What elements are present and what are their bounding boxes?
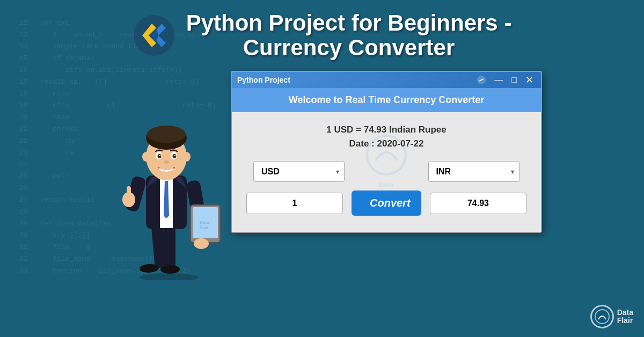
- exchange-rate-info: 1 USD = 74.93 Indian Rupee Date : 2020-0…: [253, 123, 519, 150]
- svg-point-4: [140, 273, 199, 280]
- svg-point-35: [183, 152, 191, 162]
- window-icon-decoration: [477, 76, 488, 84]
- window-body: DataFlair 1 USD = 74.93 Indian Rupee Dat…: [232, 112, 541, 232]
- close-button[interactable]: ✕: [523, 75, 536, 85]
- svg-text:Data: Data: [200, 220, 209, 225]
- amount-row: Convert: [253, 191, 519, 216]
- person-illustration: Data Flair: [102, 76, 231, 280]
- window-titlebar: Python Project — □ ✕: [232, 72, 541, 88]
- exchange-rate-line1: 1 USD = 74.93 Indian Rupee: [253, 123, 519, 137]
- svg-point-33: [164, 160, 169, 164]
- page-title: Python Project for Beginners - Currency …: [186, 11, 512, 60]
- svg-point-29: [158, 154, 162, 158]
- svg-point-32: [174, 155, 175, 156]
- result-input[interactable]: [430, 193, 526, 214]
- to-currency-wrapper: INR USD EUR GBP JPY AUD CAD ▾: [428, 161, 519, 182]
- svg-text:Flair: Flair: [200, 225, 209, 230]
- app-window: Python Project — □ ✕ Welcome to Real Tim…: [231, 71, 542, 233]
- dataflair-branding: Data Flair: [590, 305, 633, 328]
- content-row: Data Flair: [0, 71, 644, 337]
- dataflair-logo-circle: [590, 305, 614, 328]
- main-container: Python Project for Beginners - Currency …: [0, 0, 644, 337]
- svg-point-8: [160, 265, 180, 274]
- svg-point-34: [142, 152, 150, 162]
- svg-rect-16: [127, 186, 131, 202]
- svg-point-30: [173, 154, 177, 158]
- header: Python Project for Beginners - Currency …: [0, 0, 644, 65]
- from-currency-wrapper: USD EUR GBP INR JPY AUD CAD ▾: [253, 161, 345, 182]
- exchange-rate-line2: Date : 2020-07-22: [253, 137, 519, 151]
- to-currency-select[interactable]: INR USD EUR GBP JPY AUD CAD: [428, 161, 519, 182]
- window-header-bar: Welcome to Real Time Currency Converter: [232, 88, 541, 112]
- minimize-button[interactable]: —: [492, 76, 505, 84]
- amount-input[interactable]: [246, 193, 343, 214]
- svg-point-22: [194, 238, 209, 249]
- dataflair-brand-text: Data Flair: [617, 309, 633, 325]
- window-title: Python Project: [237, 76, 290, 84]
- svg-point-31: [159, 155, 160, 156]
- window-controls: — □ ✕: [477, 75, 536, 85]
- dataflair-logo: [133, 14, 175, 57]
- from-currency-select[interactable]: USD EUR GBP INR JPY AUD CAD: [253, 161, 345, 182]
- maximize-button[interactable]: □: [509, 76, 519, 84]
- welcome-text: Welcome to Real Time Currency Converter: [289, 94, 484, 105]
- currency-selectors-row: USD EUR GBP INR JPY AUD CAD ▾: [253, 161, 519, 182]
- svg-point-26: [147, 126, 186, 143]
- convert-button[interactable]: Convert: [352, 191, 421, 216]
